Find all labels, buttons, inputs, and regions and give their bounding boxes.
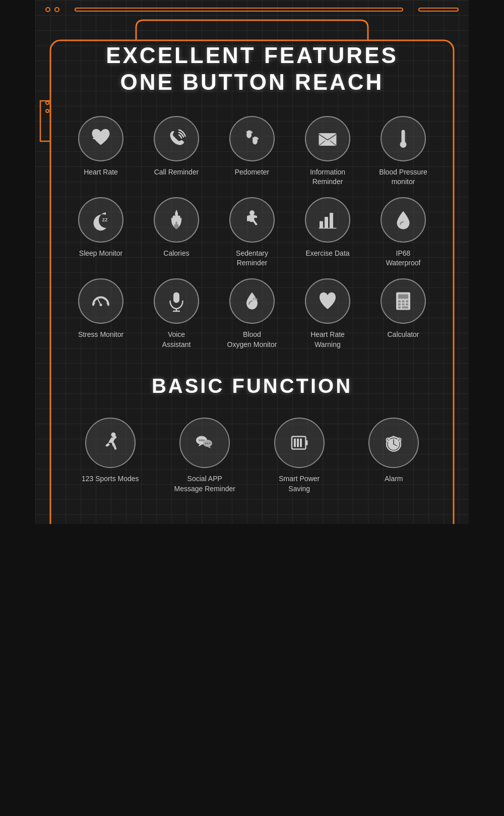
main-content: EXCELLENT FEATURES ONE BUTTON REACH Hear… bbox=[35, 17, 469, 524]
page-wrapper: EXCELLENT FEATURES ONE BUTTON REACH Hear… bbox=[35, 0, 469, 524]
feature-label-power: Smart PowerSaving bbox=[279, 474, 320, 494]
svg-rect-23 bbox=[320, 221, 323, 228]
feature-label-heart-warning: Heart RateWarning bbox=[310, 330, 345, 349]
features-grid: Heart Rate Call Reminder bbox=[66, 116, 438, 350]
feature-label-info: InformationReminder bbox=[310, 167, 345, 187]
blood-oxygen-icon: O₂ bbox=[239, 288, 265, 314]
section-title-basic: BASIC FUNCTION bbox=[66, 355, 438, 418]
calculator-icon bbox=[391, 288, 416, 314]
feature-label-heart-rate: Heart Rate bbox=[84, 167, 118, 178]
svg-rect-46 bbox=[402, 306, 409, 308]
feature-label-waterproof: IP68Waterproof bbox=[386, 249, 421, 268]
title-line2: ONE BUTTON REACH bbox=[66, 69, 438, 96]
icon-circle-info bbox=[305, 116, 350, 161]
heart-rate-icon bbox=[88, 126, 113, 151]
svg-point-10 bbox=[257, 138, 259, 140]
feature-label-sedentary: SedentaryReminder bbox=[236, 249, 268, 268]
icon-circle-call bbox=[154, 116, 199, 161]
mic-icon bbox=[164, 288, 189, 314]
mail-icon bbox=[315, 126, 340, 151]
feature-label-calculator: Calculator bbox=[387, 330, 419, 340]
dot-1 bbox=[45, 7, 50, 12]
svg-rect-41 bbox=[406, 300, 408, 302]
feature-label-blood-oxygen: BloodOxygen Monitor bbox=[227, 330, 277, 349]
svg-point-27 bbox=[100, 304, 102, 306]
feature-sedentary: SedentaryReminder bbox=[217, 197, 287, 268]
feature-stress: Stress Monitor bbox=[66, 278, 136, 349]
feature-pedometer: Pedometer bbox=[217, 116, 287, 187]
feature-label-sleep: Sleep Monitor bbox=[79, 249, 122, 259]
icon-circle-pedometer bbox=[229, 116, 275, 161]
svg-rect-24 bbox=[325, 217, 328, 228]
svg-rect-58 bbox=[294, 439, 296, 447]
feature-label-exercise: Exercise Data bbox=[305, 249, 349, 259]
chart-icon bbox=[315, 207, 340, 232]
fire-icon bbox=[164, 207, 189, 232]
feature-call-reminder: Call Reminder bbox=[141, 116, 212, 187]
svg-rect-42 bbox=[398, 303, 401, 305]
icon-circle-social bbox=[179, 418, 230, 468]
feature-smart-power: Smart PowerSaving bbox=[255, 418, 344, 494]
svg-text:O₂: O₂ bbox=[253, 296, 258, 301]
feature-label-call: Call Reminder bbox=[154, 167, 199, 178]
feature-sports-modes: 123 Sports Modes bbox=[66, 418, 155, 494]
icon-circle-sedentary bbox=[229, 197, 275, 243]
feature-label-alarm: Alarm bbox=[385, 474, 403, 484]
svg-rect-45 bbox=[398, 306, 401, 308]
svg-point-55 bbox=[209, 443, 211, 444]
title-line1: EXCELLENT FEATURES bbox=[66, 42, 438, 69]
feature-sleep: ZZ Sleep Monitor bbox=[66, 197, 136, 268]
icon-circle-stress bbox=[78, 278, 123, 324]
icon-circle-blood-oxygen: O₂ bbox=[229, 278, 275, 324]
svg-rect-43 bbox=[402, 303, 405, 305]
feature-label-social: Social APPMessage Reminder bbox=[174, 474, 235, 494]
feature-alarm: Alarm bbox=[349, 418, 439, 494]
icon-circle-power bbox=[274, 418, 325, 468]
svg-point-22 bbox=[249, 210, 255, 215]
waterproof-icon bbox=[391, 207, 416, 232]
feature-calories: Calories bbox=[141, 197, 212, 268]
svg-rect-38 bbox=[398, 294, 408, 299]
icon-circle-exercise bbox=[305, 197, 350, 243]
svg-point-53 bbox=[205, 443, 207, 444]
feature-voice: VoiceAssistant bbox=[141, 278, 212, 349]
svg-rect-44 bbox=[406, 303, 408, 305]
call-icon bbox=[164, 126, 189, 151]
main-title: EXCELLENT FEATURES ONE BUTTON REACH bbox=[66, 27, 438, 116]
svg-point-5 bbox=[251, 131, 253, 133]
svg-rect-59 bbox=[297, 439, 299, 447]
feature-blood-pressure: Blood Pressuremonitor bbox=[368, 116, 438, 187]
svg-point-54 bbox=[207, 443, 209, 444]
feature-label-voice: VoiceAssistant bbox=[162, 330, 191, 349]
sleep-icon: ZZ bbox=[88, 207, 113, 232]
svg-text:ZZ: ZZ bbox=[102, 217, 108, 222]
svg-point-50 bbox=[201, 439, 203, 441]
feature-label-calories: Calories bbox=[163, 249, 189, 259]
basic-grid: 123 Sports Modes bbox=[66, 418, 438, 494]
svg-rect-39 bbox=[398, 300, 401, 302]
icon-circle-waterproof bbox=[381, 197, 426, 243]
battery-icon bbox=[287, 430, 312, 455]
pedometer-icon bbox=[239, 126, 265, 151]
svg-rect-60 bbox=[300, 439, 302, 447]
feature-label-sports: 123 Sports Modes bbox=[82, 474, 139, 484]
svg-rect-33 bbox=[173, 292, 179, 303]
icon-circle-heart-warning bbox=[305, 278, 350, 324]
feature-label-bp: Blood Pressuremonitor bbox=[379, 167, 427, 187]
chat-icon bbox=[192, 430, 217, 455]
svg-rect-16 bbox=[402, 142, 404, 147]
feature-heart-rate: Heart Rate bbox=[66, 116, 136, 187]
top-dots bbox=[45, 7, 59, 12]
feature-waterproof: IP68Waterproof bbox=[368, 197, 438, 268]
running-icon bbox=[98, 430, 123, 455]
icon-circle-voice bbox=[154, 278, 199, 324]
feature-calculator: Calculator bbox=[368, 278, 438, 349]
heart-warning-icon bbox=[315, 288, 340, 314]
icon-circle-calories bbox=[154, 197, 199, 243]
feature-info-reminder: InformationReminder bbox=[292, 116, 363, 187]
icon-circle-alarm bbox=[368, 418, 419, 468]
stress-icon bbox=[88, 288, 113, 314]
sedentary-icon bbox=[239, 207, 265, 232]
feature-blood-oxygen: O₂ BloodOxygen Monitor bbox=[217, 278, 287, 349]
icon-circle-sports bbox=[85, 418, 136, 468]
